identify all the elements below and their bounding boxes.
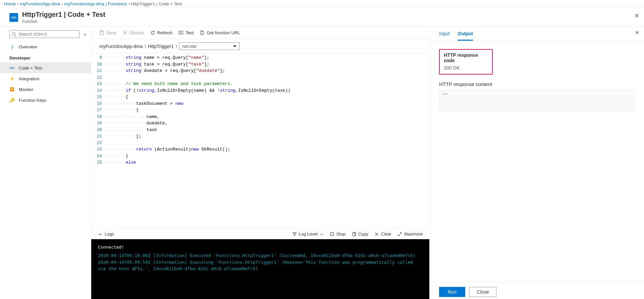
code-line: ············}; (105, 133, 429, 140)
chevron-down-icon (320, 232, 324, 236)
code-line: ················name, (105, 114, 429, 120)
svg-rect-8 (353, 233, 355, 236)
discard-button[interactable]: Discard (122, 30, 144, 35)
svg-rect-3 (101, 31, 103, 32)
url-icon (200, 30, 205, 35)
chevron-right-icon: › (128, 1, 129, 6)
save-button[interactable]: Save (99, 30, 116, 35)
code-line: ············{ (105, 107, 429, 114)
code-line: ········string duedate = req.Query["dued… (105, 68, 429, 74)
monitor-icon (9, 87, 15, 92)
response-content-title: HTTP response content (439, 81, 635, 87)
svg-rect-7 (331, 232, 334, 236)
sidebar-item-overview[interactable]: ƒ Overview (0, 41, 91, 52)
toolbar-label: Refresh (157, 30, 173, 35)
save-icon (99, 30, 104, 35)
toolbar-label: Log Level (299, 231, 318, 237)
get-function-url-button[interactable]: Get function URL (200, 30, 240, 35)
breadcrumb-link[interactable]: myFunctionApp-dma | Functions (64, 1, 127, 6)
maximize-icon (397, 232, 402, 237)
test-button[interactable]: Test (178, 30, 194, 35)
response-content-value: "" (439, 90, 635, 111)
code-line: ········if (!string.IsNullOrEmpty(name) … (105, 87, 429, 94)
code-line: ················task (105, 127, 429, 133)
sidebar-item-monitor[interactable]: Monitor (0, 84, 91, 95)
code-line: ············taskDocument = new (105, 100, 429, 107)
console-status: Connected! (98, 245, 423, 250)
file-path-bar: myFunctionApp-dma \ HttpTrigger1 \ run.c… (91, 39, 429, 53)
response-code-title: HTTP response code (444, 52, 488, 63)
chevron-right-icon: › (17, 1, 18, 6)
test-panel-tabs: Input Output (430, 27, 644, 41)
line-gutter: 910111213141516171819202122232425 (91, 54, 105, 228)
sidebar-item-label: Overview (19, 44, 37, 49)
horizontal-scrollbar[interactable] (0, 293, 644, 299)
logs-console: Connected! 2020-04-14T05:10:00Z [Informa… (91, 239, 429, 299)
console-log-line: 2020-04-14T05:10:00Z [Information] Execu… (98, 252, 423, 259)
sidebar-item-label: Monitor (19, 87, 33, 92)
tab-output[interactable]: Output (458, 31, 473, 41)
search-icon (12, 32, 16, 37)
close-icon[interactable]: ✕ (634, 12, 639, 19)
toolbar-label: Save (106, 30, 116, 35)
breadcrumb-link[interactable]: myFunctionApp-dma (20, 1, 60, 6)
path-func: HttpTrigger1 (148, 44, 174, 49)
path-sep: \ (145, 44, 146, 49)
lightning-icon: ⚡ (9, 76, 15, 81)
path-app: myFunctionApp-dma (99, 44, 143, 49)
copy-button[interactable]: Copy (352, 231, 368, 237)
collapse-sidebar-icon[interactable]: « (84, 32, 86, 37)
code-line: ········string name = req.Query["name"]; (105, 54, 429, 61)
breadcrumb-link[interactable]: Home (4, 1, 16, 6)
close-icon[interactable]: ✕ (635, 30, 639, 36)
code-line: ················duedate, (105, 120, 429, 127)
search-input-wrap (9, 30, 79, 38)
copy-icon (352, 232, 356, 237)
refresh-button[interactable]: Refresh (150, 30, 173, 35)
toolbar: Save Discard Refresh Test Get function U… (91, 27, 429, 39)
page-title: HttpTrigger1 | Code + Test (22, 11, 105, 18)
code-line (105, 140, 429, 146)
console-log-line: 2020-04-14T05:09:59Z [Information] Execu… (98, 259, 423, 272)
clear-button[interactable]: Clear (374, 231, 391, 237)
toolbar-label: Stop (336, 231, 345, 237)
discard-icon (122, 30, 127, 35)
toolbar-label: Copy (358, 231, 368, 237)
path-sep: \ (176, 44, 177, 49)
breadcrumb: Home › myFunctionApp-dma › myFunctionApp… (0, 0, 644, 8)
sidebar-item-label: Function Keys (19, 98, 46, 103)
code-line: ········string task = req.Query["task"]; (105, 61, 429, 68)
code-editor[interactable]: 910111213141516171819202122232425 ······… (91, 53, 429, 228)
sidebar: « ƒ Overview Developer </> Code + Test ⚡… (0, 27, 91, 299)
log-level-dropdown[interactable]: Log Level (292, 231, 324, 237)
sidebar-item-integration[interactable]: ⚡ Integration (0, 73, 91, 84)
file-select-dropdown[interactable]: run.csx (179, 42, 239, 50)
code-line: ············return (ActionResult)new OkR… (105, 146, 429, 153)
logs-toggle[interactable]: Logs (98, 231, 114, 237)
sidebar-item-function-keys[interactable]: 🔑 Function Keys (0, 95, 91, 105)
code-line (105, 74, 429, 81)
stop-icon (330, 232, 334, 237)
page-header: </> HttpTrigger1 | Code + Test Function … (0, 8, 644, 27)
sidebar-group-developer: Developer (0, 52, 91, 62)
clear-icon (374, 232, 379, 237)
response-code-value: 200 OK (444, 65, 488, 71)
test-icon (178, 30, 183, 35)
chevron-right-icon: › (61, 1, 63, 6)
response-code-card: HTTP response code 200 OK (439, 49, 493, 75)
toolbar-label: Clear (381, 231, 391, 237)
code-line: ········else (105, 159, 429, 166)
refresh-icon (150, 30, 155, 35)
toolbar-label: Maximize (404, 231, 423, 237)
svg-point-0 (12, 32, 15, 35)
page-subtitle: Function (22, 19, 105, 24)
search-input[interactable] (16, 32, 77, 37)
sidebar-item-label: Code + Test (19, 66, 42, 71)
toolbar-label: Get function URL (207, 30, 240, 35)
maximize-button[interactable]: Maximize (397, 231, 423, 237)
sidebar-item-code-test[interactable]: </> Code + Test (0, 62, 91, 73)
logs-toolbar: Logs Log Level Stop Copy Clear (91, 228, 429, 239)
stop-button[interactable]: Stop (330, 231, 345, 237)
tab-input[interactable]: Input (439, 31, 449, 41)
overview-icon: ƒ (9, 44, 15, 49)
